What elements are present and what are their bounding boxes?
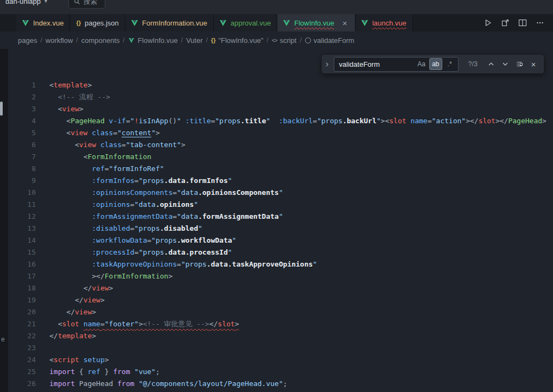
breadcrumb-item-components[interactable]: components <box>81 36 120 45</box>
breadcrumb-item-workflow[interactable]: workflow <box>46 36 73 45</box>
whole-word-button[interactable]: ab <box>429 58 442 70</box>
code-line[interactable]: 1<template> <box>8 79 553 91</box>
tab-FormInformation.vue[interactable]: FormInformation.vue <box>125 14 214 31</box>
token: ; <box>156 368 160 376</box>
token: "data <box>177 212 198 220</box>
code-line[interactable]: 17 ></FormInformation> <box>8 270 553 282</box>
token: class <box>92 129 113 137</box>
tab-approval.vue[interactable]: approval.vue <box>214 14 277 31</box>
code-line[interactable]: 8 ref="formInfoRef" <box>8 163 553 175</box>
tab-Index.vue[interactable]: Index.vue <box>16 14 70 31</box>
line-content: <script setup> <box>36 354 109 366</box>
tab-launch.vue[interactable]: launch.vue <box>355 14 413 31</box>
code-line[interactable]: 11 :opinions="data.opinions" <box>8 199 553 211</box>
token: > <box>92 308 96 316</box>
close-icon[interactable]: × <box>341 19 349 27</box>
code-line[interactable]: 26import PageHead from "@/components/lay… <box>8 378 553 390</box>
find-query-text[interactable]: validateForm <box>339 60 414 68</box>
tab-label: launch.vue <box>372 19 406 27</box>
editor: e 1<template>2 <!-- 流程 -->3 <view>4 <Pag… <box>0 49 553 392</box>
code-line[interactable]: 13 :disabled="props.disabled" <box>8 223 553 235</box>
token: view <box>84 296 100 304</box>
token: slot <box>218 320 234 328</box>
token: { <box>75 368 87 376</box>
token: >< <box>381 117 390 125</box>
token: = <box>313 117 317 125</box>
line-number: 2 <box>8 91 36 103</box>
token: " <box>313 260 317 268</box>
code-line[interactable]: 4 <PageHead v-if="!isInApp()" :title="pr… <box>8 115 553 127</box>
toggle-replace-icon[interactable]: › <box>323 60 332 68</box>
code-line[interactable]: 24<script setup> <box>8 354 553 366</box>
token: slot <box>62 320 79 328</box>
tab-bar: Index.vuepages.jsonFormInformation.vueap… <box>0 14 553 31</box>
code-line[interactable]: 23 <box>8 342 553 354</box>
token: < <box>66 129 71 137</box>
token: " <box>232 236 237 244</box>
open-changes-button[interactable] <box>500 17 511 28</box>
line-content: </template> <box>36 330 96 342</box>
run-button[interactable] <box>482 17 493 28</box>
breadcrumb-item-FlowInfo.vue[interactable]: FlowInfo.vue <box>128 36 178 45</box>
code-line[interactable]: 3 <view> <box>8 103 553 115</box>
code-line[interactable]: 25import { ref } from "vue"; <box>8 366 553 378</box>
breadcrumb-item-script[interactable]: script <box>272 36 297 45</box>
tab-FlowInfo.vue[interactable]: FlowInfo.vue× <box>277 14 355 31</box>
code-line[interactable]: 6 <view class="tab-content"> <box>8 139 553 151</box>
token: "action" <box>432 117 466 125</box>
token: import <box>49 368 75 376</box>
close-find-button[interactable]: × <box>527 58 539 70</box>
method-icon <box>305 37 311 43</box>
json-file-icon <box>76 20 81 26</box>
code-line[interactable]: 9 :formInfos="props.data.formInfos" <box>8 175 553 187</box>
token: " <box>105 320 109 328</box>
vue-file-icon <box>220 20 227 26</box>
code-line[interactable]: 22</template> <box>8 330 553 342</box>
code-line[interactable]: 16 :taskApproveOpinions="props.data.task… <box>8 258 553 270</box>
code-line[interactable]: 20 </view> <box>8 306 553 318</box>
find-in-selection-button[interactable] <box>513 58 525 70</box>
token: v-if <box>109 117 126 125</box>
code-line[interactable]: 5 <view class="content"> <box>8 127 553 139</box>
tab-pages.json[interactable]: pages.json <box>70 14 125 31</box>
code-line[interactable]: 2 <!-- 流程 --> <box>8 91 553 103</box>
token: script <box>54 356 79 364</box>
code-line[interactable]: 14 :workflowData="props.workflowData" <box>8 235 553 246</box>
token: ></ <box>466 117 478 125</box>
match-case-button[interactable]: Aa <box>415 58 428 70</box>
regex-button[interactable]: .* <box>443 58 456 70</box>
token: </ <box>75 296 84 304</box>
token: name <box>84 320 100 328</box>
project-name[interactable]: dan-uniapp <box>5 0 41 5</box>
activity-bar-edge: e <box>0 49 8 392</box>
find-input[interactable]: validateForm Aa ab .* <box>334 57 459 72</box>
breadcrumb-item-validateForm[interactable]: validateForm <box>305 36 354 45</box>
code-line[interactable]: 15 :processId="props.data.processId" <box>8 246 553 258</box>
split-editor-button[interactable] <box>517 17 528 28</box>
code-line[interactable]: 18 </view> <box>8 282 553 294</box>
titlebar-search[interactable]: 搜索 <box>68 0 105 9</box>
search-placeholder: 搜索 <box>84 0 97 7</box>
code-line[interactable]: 10 :opinionsComponents="data.opinionsCom… <box>8 187 553 199</box>
previous-match-button[interactable] <box>485 58 497 70</box>
token: :opinionsComponents <box>92 188 173 197</box>
code-line[interactable]: 19 </view> <box>8 294 553 306</box>
line-number: 26 <box>8 378 36 390</box>
line-content: </view> <box>36 294 105 306</box>
breadcrumb-item-FlowInfo.vue[interactable]: "FlowInfo.vue" <box>211 36 264 45</box>
code-area[interactable]: 1<template>2 <!-- 流程 -->3 <view>4 <PageH… <box>8 49 553 392</box>
breadcrumb-label: script <box>279 36 296 45</box>
breadcrumb-item-Vuter[interactable]: Vuter <box>186 36 203 45</box>
token: :taskApproveOpinions <box>92 260 177 268</box>
breadcrumb-item-pages[interactable]: pages <box>18 36 37 45</box>
token: > <box>79 105 84 113</box>
breadcrumb-label: validateForm <box>314 36 354 45</box>
token: > <box>92 332 96 340</box>
code-line[interactable]: 7 <FormInformation <box>8 151 553 163</box>
more-actions-button[interactable] <box>535 17 545 28</box>
token: view <box>79 141 96 149</box>
next-match-button[interactable] <box>499 58 511 70</box>
code-line[interactable]: 21 <slot name="footer"><!-- 审批意见 --></sl… <box>8 318 553 330</box>
code-line[interactable]: 12 :formAssignmentData="data.formAssignm… <box>8 211 553 223</box>
token: > <box>168 272 173 280</box>
